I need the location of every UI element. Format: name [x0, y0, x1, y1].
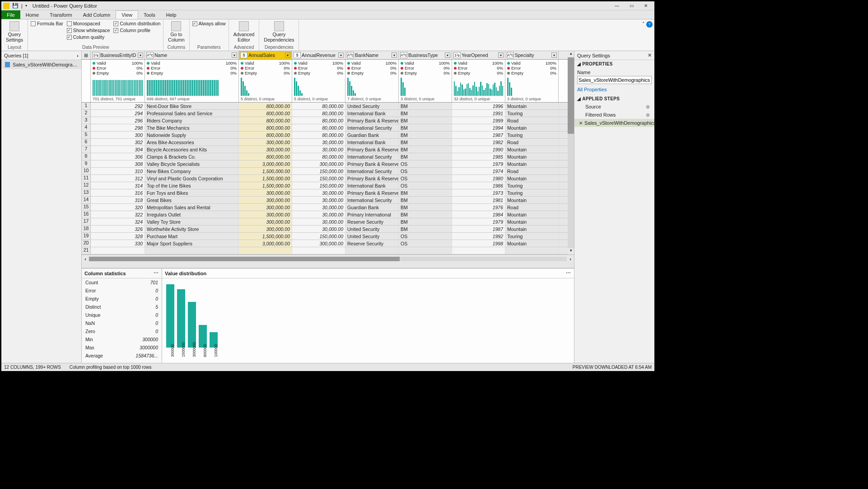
type-icon[interactable]: Aᴮc	[507, 52, 514, 58]
close-button[interactable]: ✕	[639, 2, 653, 10]
type-icon[interactable]: 1²₃	[92, 52, 99, 58]
data-grid[interactable]: 1292Next-Door Bike Store800,000.0080,000…	[82, 103, 568, 254]
type-icon[interactable]: Aᴮc	[400, 52, 407, 58]
table-row[interactable]: 6302Area Bike Accessories300,000.0030,00…	[82, 139, 568, 146]
help-icon[interactable]: ?	[646, 21, 653, 28]
column-header-businesstype[interactable]: AᴮcBusinessType▾	[399, 51, 452, 59]
filter-dropdown-icon[interactable]: ▾	[232, 52, 237, 58]
table-row[interactable]: 17324Valley Toy Store300,000.0030,000.00…	[82, 218, 568, 226]
column-profile: Valid100%Error0%Empty0%5 distinct, 0 uni…	[239, 60, 292, 102]
query-item[interactable]: Sales_vStoreWithDemographics	[1, 60, 81, 69]
gear-icon[interactable]: ⚙	[646, 104, 650, 109]
table-row[interactable]: 21	[82, 247, 568, 254]
applied-step[interactable]: ✕Sales_vStoreWithDemographics	[574, 119, 654, 127]
filter-dropdown-icon[interactable]: ▾	[498, 52, 504, 58]
column-header-yearopened[interactable]: 1²₃YearOpened▾	[452, 51, 505, 59]
tab-file[interactable]: File	[1, 10, 20, 19]
filter-dropdown-icon[interactable]: ▾	[285, 52, 290, 58]
type-icon[interactable]: $	[240, 52, 247, 58]
scroll-right-icon[interactable]: ›	[567, 256, 574, 262]
ribbon-collapse-icon[interactable]: ˄	[642, 21, 644, 26]
type-icon[interactable]: 1²₃	[453, 52, 461, 58]
column-header-name[interactable]: AᴮcName▾	[145, 51, 239, 59]
collapse-icon[interactable]: ◢	[577, 96, 581, 101]
scroll-up-icon[interactable]: ▴	[568, 51, 574, 57]
table-row[interactable]: 18326Worthwhile Activity Store300,000.00…	[82, 226, 568, 233]
status-profiling[interactable]: Column profiling based on top 1000 rows	[70, 365, 152, 370]
table-row[interactable]: 11312Vinyl and Plastic Goods Corporation…	[82, 175, 568, 182]
group-dependencies-label: Dependencies	[262, 44, 296, 51]
scroll-down-icon[interactable]: ▾	[568, 248, 574, 254]
show-whitespace-check[interactable]: Show whitespace	[67, 27, 110, 33]
type-icon[interactable]: Aᴮc	[146, 52, 154, 58]
table-row[interactable]: 3296Riders Company800,000.0080,000.00Pri…	[82, 117, 568, 124]
vertical-scrollbar[interactable]: ▴ ▾	[568, 51, 574, 254]
tab-transform[interactable]: Transform	[44, 10, 78, 19]
applied-steps-header: APPLIED STEPS	[582, 96, 620, 101]
type-icon[interactable]: Aᴮc	[347, 52, 354, 58]
minimize-button[interactable]: —	[610, 2, 624, 10]
type-icon[interactable]: $	[294, 52, 301, 58]
tab-add-column[interactable]: Add Column	[78, 10, 116, 19]
table-row[interactable]: 16322Irregulars Outlet300,000.0030,000.0…	[82, 211, 568, 218]
collapse-icon[interactable]: ◢	[577, 61, 581, 66]
filter-dropdown-icon[interactable]: ▾	[338, 52, 344, 58]
table-row[interactable]: 8306Clamps & Brackets Co.800,000.0080,00…	[82, 153, 568, 160]
table-row[interactable]: 14318Great Bikes300,000.0030,000.00Inter…	[82, 197, 568, 204]
query-settings-close-icon[interactable]: ✕	[648, 52, 652, 58]
qat-dropdown-icon[interactable]: ▾	[25, 4, 27, 8]
table-row[interactable]: 2294Professional Sales and Service800,00…	[82, 110, 568, 117]
tab-home[interactable]: Home	[20, 10, 44, 19]
table-row[interactable]: 19328Purchase Mart1,500,000.00150,000.00…	[82, 233, 568, 240]
applied-step[interactable]: Filtered Rows⚙	[574, 111, 654, 119]
save-icon[interactable]: 💾	[12, 3, 19, 9]
table-row[interactable]: 9308Valley Bicycle Specialists3,000,000.…	[82, 160, 568, 168]
table-row[interactable]: 5300Nationwide Supply800,000.0080,000.00…	[82, 132, 568, 139]
goto-column-button[interactable]: Go to Column	[166, 20, 186, 43]
column-distribution-check[interactable]: Column distribution	[113, 20, 160, 27]
app-icon	[3, 3, 9, 9]
tab-view[interactable]: View	[116, 10, 138, 19]
column-quality-check[interactable]: Column quality	[67, 34, 110, 40]
value-distribution-panel: Value distribution ⋯ 3000001500000300000…	[162, 268, 574, 363]
column-header-bankname[interactable]: AᴮcBankName▾	[345, 51, 399, 59]
filter-dropdown-icon[interactable]: ▾	[445, 52, 450, 58]
filter-dropdown-icon[interactable]: ▾	[138, 52, 143, 58]
table-row[interactable]: 7304Bicycle Accessories and Kits300,000.…	[82, 146, 568, 153]
column-profile-check[interactable]: Column profile	[113, 27, 160, 33]
query-dependencies-button[interactable]: Query Dependencies	[262, 20, 296, 43]
table-row[interactable]: 13316Fun Toys and Bikes300,000.0030,000.…	[82, 189, 568, 197]
always-allow-check[interactable]: Always allow	[192, 20, 226, 27]
table-options-icon[interactable]: ⊞	[82, 51, 91, 59]
column-header-specialty[interactable]: AᴮcSpecialty▾	[505, 51, 559, 59]
delete-step-icon[interactable]: ✕	[579, 121, 583, 126]
table-row[interactable]: 20330Major Sport Suppliers3,000,000.0030…	[82, 240, 568, 247]
value-distribution-menu-icon[interactable]: ⋯	[566, 270, 571, 276]
horizontal-scrollbar[interactable]: ‹ ›	[82, 254, 574, 263]
query-settings-button[interactable]: Query Settings	[4, 20, 25, 43]
scroll-left-icon[interactable]: ‹	[82, 256, 89, 262]
column-statistics-menu-icon[interactable]: ⋯	[154, 270, 159, 276]
formula-bar-check[interactable]: Formula Bar	[31, 20, 63, 27]
table-row[interactable]: 1292Next-Door Bike Store800,000.0080,000…	[82, 103, 568, 110]
advanced-editor-button[interactable]: Advanced Editor	[232, 20, 257, 43]
tab-help[interactable]: Help	[161, 10, 182, 19]
table-row[interactable]: 4298The Bike Mechanics800,000.0080,000.0…	[82, 124, 568, 132]
column-header-annualrevenue[interactable]: $AnnualRevenue▾	[292, 51, 345, 59]
queries-collapse-icon[interactable]: ‹	[77, 53, 79, 58]
filter-dropdown-icon[interactable]: ▾	[392, 52, 397, 58]
query-name-input[interactable]	[577, 76, 652, 84]
column-header-businessentityid[interactable]: 1²₃BusinessEntityID▾	[91, 51, 145, 59]
all-properties-link[interactable]: All Properties	[574, 86, 654, 93]
gear-icon[interactable]: ⚙	[646, 113, 650, 118]
table-row[interactable]: 10310New Bikes Company1,500,000.00150,00…	[82, 168, 568, 175]
column-header-annualsales[interactable]: $AnnualSales▾	[239, 51, 292, 59]
monospaced-check[interactable]: Monospaced	[67, 20, 110, 27]
table-row[interactable]: 15320Metropolitan Sales and Rental300,00…	[82, 204, 568, 211]
table-row[interactable]: 12314Top of the Line Bikes1,500,000.0015…	[82, 182, 568, 189]
filter-dropdown-icon[interactable]: ▾	[551, 52, 557, 58]
tab-tools[interactable]: Tools	[138, 10, 161, 19]
applied-step[interactable]: Source⚙	[574, 103, 654, 111]
maximize-button[interactable]: ▭	[625, 2, 638, 10]
column-profile: Valid100%Error0%Empty0%7 distinct, 0 uni…	[345, 60, 399, 102]
